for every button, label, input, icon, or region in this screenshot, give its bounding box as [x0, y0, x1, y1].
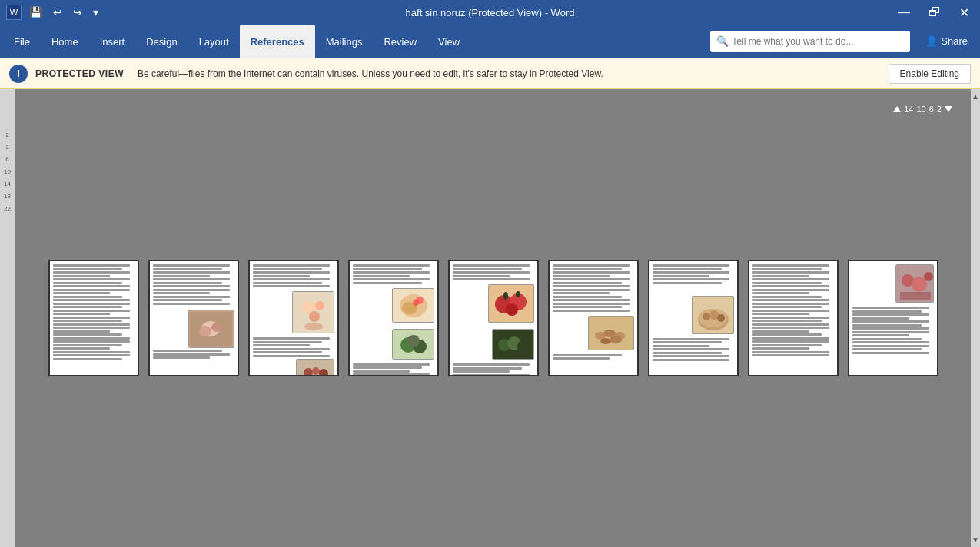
- vertical-scrollbar[interactable]: ▲ ▼: [971, 89, 980, 547]
- ruler-num-10: 10: [917, 104, 926, 114]
- ruler-num-2: 2: [937, 104, 942, 114]
- page-8: [748, 260, 839, 376]
- ruler-numbers: 14 10 6 2: [893, 104, 952, 114]
- svg-point-48: [924, 272, 933, 281]
- page-2: [148, 260, 239, 376]
- search-input[interactable]: [732, 36, 904, 47]
- undo-button[interactable]: ↩: [50, 5, 65, 20]
- up-triangle: [893, 106, 901, 112]
- svg-point-25: [506, 303, 518, 316]
- svg-point-3: [211, 323, 222, 332]
- left-ruler-numbers: 22610141822: [4, 129, 11, 215]
- svg-point-37: [610, 336, 622, 343]
- title-bar: W 💾 ↩ ↪ ▾ haft sin noruz (Protected View…: [0, 0, 980, 25]
- svg-point-8: [304, 323, 323, 330]
- top-bar: 14 10 6 2: [31, 104, 955, 114]
- left-ruler: 22610141822: [0, 89, 15, 547]
- left-ruler-num: 10: [4, 166, 11, 178]
- redo-button[interactable]: ↪: [70, 5, 85, 20]
- ribbon-tab-references[interactable]: References: [240, 25, 315, 58]
- left-ruler-num: 14: [4, 178, 11, 191]
- svg-point-26: [503, 292, 508, 300]
- ruler-num-6: 6: [929, 104, 934, 114]
- page-5: [448, 260, 539, 376]
- svg-point-6: [315, 301, 324, 310]
- ribbon-tab-home[interactable]: Home: [41, 25, 89, 58]
- svg-point-27: [516, 291, 520, 297]
- protected-label: PROTECTED VIEW: [35, 68, 124, 79]
- page-6: [548, 260, 639, 376]
- scroll-track: [972, 102, 979, 534]
- page-4: [348, 260, 439, 376]
- title-bar-left: W 💾 ↩ ↪ ▾: [6, 5, 101, 20]
- svg-point-36: [600, 338, 611, 344]
- window-controls: — 🗗 ✕: [893, 4, 974, 22]
- scroll-down-arrow[interactable]: ▼: [970, 534, 980, 545]
- ribbon-tabs: FileHomeInsertDesignLayoutReferencesMail…: [3, 25, 470, 58]
- ruler-num-14: 14: [904, 104, 913, 114]
- page-7: [648, 260, 739, 376]
- svg-point-10: [304, 368, 313, 377]
- left-ruler-num: 2: [5, 141, 8, 154]
- ribbon-tab-file[interactable]: File: [3, 25, 41, 58]
- page-3: [248, 260, 339, 376]
- svg-point-2: [199, 326, 211, 336]
- ribbon-tab-insert[interactable]: Insert: [89, 25, 136, 58]
- svg-point-43: [717, 314, 725, 322]
- share-label: Share: [941, 35, 968, 47]
- svg-point-41: [703, 313, 710, 320]
- scroll-up-arrow[interactable]: ▲: [970, 91, 980, 102]
- ribbon-tab-layout[interactable]: Layout: [188, 25, 240, 58]
- document-area: 14 10 6 2: [15, 89, 971, 547]
- left-ruler-num: 6: [5, 154, 8, 166]
- search-icon: 🔍: [716, 35, 729, 47]
- protected-message: Be careful—files from the Internet can c…: [138, 68, 881, 79]
- share-button[interactable]: 👤 Share: [916, 35, 977, 47]
- minimize-button[interactable]: —: [893, 4, 915, 21]
- down-triangle: [945, 106, 952, 112]
- svg-point-7: [309, 311, 320, 322]
- app-icon: W: [6, 5, 22, 20]
- left-ruler-num: 22: [4, 203, 11, 215]
- enable-editing-button[interactable]: Enable Editing: [889, 64, 971, 84]
- qa-dropdown[interactable]: ▾: [90, 5, 101, 20]
- share-icon: 👤: [925, 35, 938, 47]
- left-ruler-num: 18: [4, 191, 11, 203]
- svg-point-21: [407, 335, 420, 347]
- svg-rect-49: [900, 292, 931, 300]
- main-area: 22610141822 14 10 6 2: [0, 89, 980, 547]
- page-9: [848, 260, 938, 376]
- svg-point-11: [312, 367, 320, 375]
- svg-point-31: [517, 340, 530, 353]
- ribbon: FileHomeInsertDesignLayoutReferencesMail…: [0, 25, 980, 58]
- maximize-button[interactable]: 🗗: [924, 4, 945, 21]
- ribbon-tab-review[interactable]: Review: [373, 25, 427, 58]
- close-button[interactable]: ✕: [955, 4, 974, 22]
- ribbon-tab-design[interactable]: Design: [135, 25, 188, 58]
- pages-grid: [48, 260, 938, 376]
- ribbon-tab-view[interactable]: View: [427, 25, 470, 58]
- left-ruler-num: 2: [5, 129, 8, 141]
- protected-view-bar: i PROTECTED VIEW Be careful—files from t…: [0, 58, 980, 89]
- ribbon-tab-mailings[interactable]: Mailings: [315, 25, 374, 58]
- window-title: haft sin noruz (Protected View) - Word: [406, 7, 575, 18]
- page-1: [48, 260, 139, 376]
- save-button[interactable]: 💾: [26, 5, 45, 20]
- protected-icon: i: [9, 65, 28, 83]
- svg-point-17: [413, 300, 419, 306]
- search-box[interactable]: 🔍: [710, 31, 910, 52]
